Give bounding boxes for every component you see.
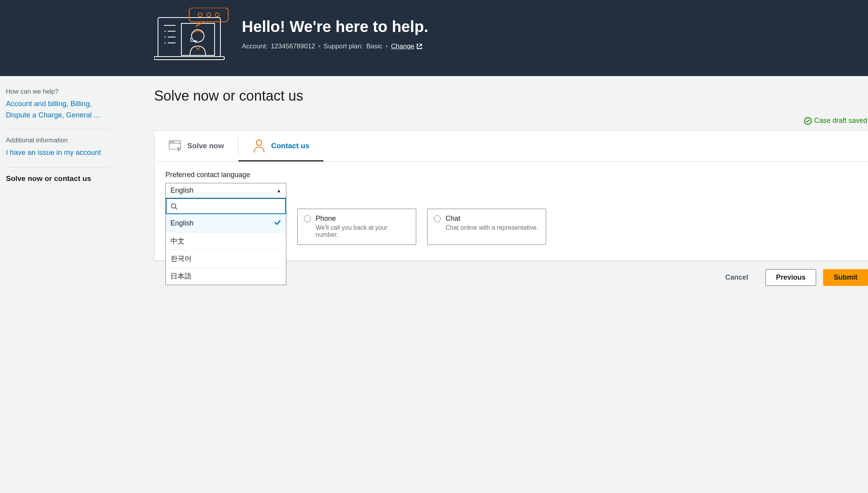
account-id: 123456789012 (271, 43, 315, 50)
browser-cursor-icon (169, 139, 182, 153)
sidebar-help-label: How can we help? (6, 88, 109, 95)
sidebar-divider (6, 167, 111, 167)
check-icon (273, 218, 281, 228)
option-desc: We'll call you back at your number. (316, 224, 409, 238)
plan-value: Basic (366, 43, 383, 50)
option-label: English (170, 219, 193, 227)
svg-rect-9 (181, 23, 215, 55)
caret-up-icon: ▲ (277, 188, 281, 193)
language-dropdown: English 中文 한국어 (165, 198, 286, 285)
search-icon (170, 203, 178, 210)
radio-icon (434, 215, 441, 222)
support-illustration (154, 8, 230, 60)
previous-button[interactable]: Previous (765, 269, 816, 286)
tab-label: Contact us (271, 142, 309, 150)
tab-contact-us[interactable]: Contact us (238, 131, 323, 161)
language-search-wrap (166, 198, 286, 214)
svg-point-10 (192, 30, 204, 42)
submit-button[interactable]: Submit (823, 269, 868, 286)
account-label: Account: (242, 43, 268, 50)
svg-rect-12 (189, 8, 228, 22)
change-label: Change (391, 43, 414, 50)
tab-solve-now[interactable]: Solve now (154, 131, 238, 161)
check-circle-icon (804, 117, 812, 125)
sidebar-divider (6, 129, 111, 129)
sidebar-additional-link[interactable]: I have an issue in my account (6, 147, 109, 158)
svg-point-15 (215, 13, 219, 17)
svg-point-20 (172, 142, 173, 142)
plan-label: Support plan: (324, 43, 363, 50)
option-label: 日本語 (170, 271, 192, 281)
option-title: Chat (446, 215, 538, 223)
language-selected-value: English (170, 186, 193, 195)
main-content: Solve now or contact us Case draft saved (117, 76, 868, 298)
svg-rect-1 (154, 57, 224, 60)
language-option-japanese[interactable]: 日本語 (166, 267, 286, 285)
option-label: 한국어 (170, 254, 192, 263)
svg-point-5 (165, 37, 166, 38)
separator-dot: • (318, 43, 321, 50)
svg-point-3 (165, 31, 166, 32)
contact-option-chat[interactable]: Chat Chat online with a representative. (427, 209, 546, 245)
wizard-sidebar: How can we help? Account and billing, Bi… (0, 76, 117, 298)
sidebar-additional-label: Additional information (6, 137, 109, 144)
page-header: Hello! We're here to help. Account: 1234… (0, 0, 868, 76)
tab-bar: Solve now Contact us (154, 131, 868, 161)
person-icon (252, 139, 266, 153)
svg-line-24 (175, 207, 177, 209)
svg-point-14 (207, 13, 211, 17)
sidebar-help-link[interactable]: Account and billing, Billing, Dispute a … (6, 98, 109, 121)
language-field-label: Preferred contact language (165, 171, 857, 179)
contact-panel: Solve now Contact us Preferred contact l… (154, 130, 868, 261)
contact-option-phone[interactable]: Phone We'll call you back at your number… (297, 209, 416, 245)
external-link-icon (416, 43, 423, 50)
language-option-english[interactable]: English (166, 214, 286, 232)
language-option-chinese[interactable]: 中文 (166, 232, 286, 250)
option-label: 中文 (170, 236, 185, 246)
draft-saved-status: Case draft saved (154, 117, 868, 125)
language-select[interactable]: English ▲ (165, 183, 286, 198)
header-title: Hello! We're here to help. (242, 18, 428, 35)
svg-point-19 (170, 142, 171, 142)
page-title: Solve now or contact us (154, 88, 868, 104)
tab-label: Solve now (187, 142, 224, 150)
svg-point-7 (165, 43, 166, 44)
radio-icon (304, 215, 311, 222)
cancel-button[interactable]: Cancel (715, 270, 758, 286)
separator-dot: • (385, 43, 388, 50)
draft-saved-text: Case draft saved (814, 117, 867, 125)
language-option-korean[interactable]: 한국어 (166, 250, 286, 267)
option-desc: Chat online with a representative. (446, 224, 538, 231)
option-title: Phone (316, 215, 409, 223)
svg-point-23 (171, 204, 176, 208)
svg-point-22 (256, 140, 262, 145)
change-plan-link[interactable]: Change (391, 43, 423, 50)
header-meta: Account: 123456789012 • Support plan: Ba… (242, 43, 428, 50)
language-search-input[interactable] (181, 202, 281, 210)
sidebar-current-step: Solve now or contact us (6, 174, 109, 183)
svg-point-21 (173, 142, 174, 142)
svg-point-13 (198, 13, 202, 17)
